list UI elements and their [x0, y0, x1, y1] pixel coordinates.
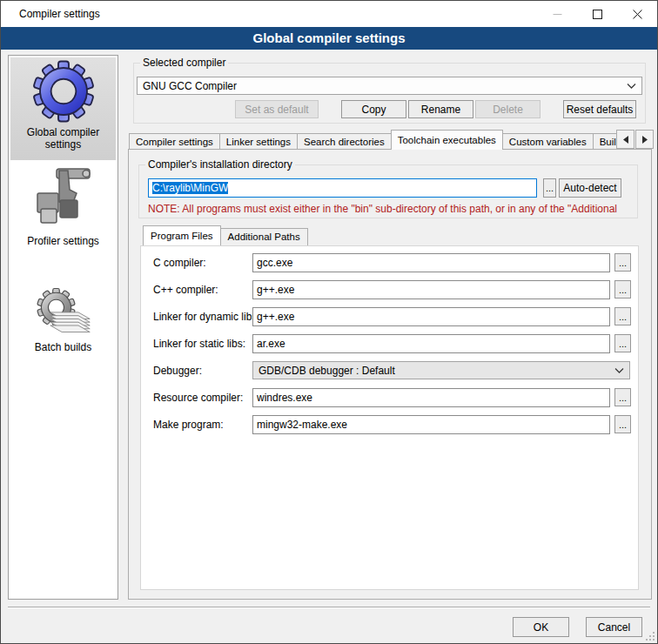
linker-static-label: Linker for static libs:: [153, 338, 245, 350]
minimize-button[interactable]: [537, 1, 577, 27]
tabpage-toolchain-executables: Compiler's installation directory C:\ray…: [128, 149, 652, 600]
blue-gear-icon: [32, 60, 95, 123]
compiler-settings-window: Compiler settings Global compiler settin…: [0, 0, 658, 644]
dialog-header-title: Global compiler settings: [1, 27, 657, 50]
linker-dynamic-label: Linker for dynamic libs:: [153, 311, 260, 323]
cpp-compiler-browse-button[interactable]: ...: [614, 280, 631, 299]
debugger-select[interactable]: GDB/CDB debugger : Default: [252, 361, 630, 379]
c-compiler-browse-button[interactable]: ...: [614, 253, 631, 272]
rename-button[interactable]: Rename: [408, 100, 473, 118]
cpp-compiler-label: C++ compiler:: [153, 284, 218, 296]
tab-compiler-settings[interactable]: Compiler settings: [129, 133, 220, 150]
sidebar-item-label: Profiler settings: [10, 235, 116, 247]
chevron-down-icon: [627, 84, 636, 89]
sidebar-item-label: Batch builds: [10, 341, 116, 353]
resource-compiler-browse-button[interactable]: ...: [614, 388, 631, 406]
set-as-default-button[interactable]: Set as default: [235, 100, 319, 118]
titlebar: Compiler settings: [1, 1, 657, 27]
debugger-label: Debugger:: [153, 365, 202, 377]
subtab-program-files[interactable]: Program Files: [143, 225, 221, 245]
maximize-button[interactable]: [577, 1, 617, 27]
linker-dynamic-browse-button[interactable]: ...: [614, 307, 631, 325]
copy-button[interactable]: Copy: [341, 100, 406, 118]
sidebar-item-label: Global compiler settings: [10, 126, 116, 151]
compiler-buttons-row: Set as default Copy Rename Delete Reset …: [235, 100, 636, 118]
tab-custom-variables[interactable]: Custom variables: [502, 133, 594, 150]
sidebar-item-profiler-settings[interactable]: Profiler settings: [10, 165, 116, 252]
tab-scroll-left-button[interactable]: [616, 130, 634, 149]
program-files-panel: C compiler: ... C++ compiler: ... Linker…: [140, 245, 639, 590]
resize-grip[interactable]: [646, 632, 655, 641]
linker-dynamic-input[interactable]: [252, 307, 610, 326]
resource-compiler-input[interactable]: [252, 388, 610, 407]
tab-linker-settings[interactable]: Linker settings: [219, 133, 298, 150]
sidebar-item-global-compiler-settings[interactable]: Global compiler settings: [10, 57, 116, 160]
right-arrow-icon: [642, 136, 648, 144]
linker-static-browse-button[interactable]: ...: [614, 334, 631, 352]
footer-separator-highlight: [8, 607, 650, 608]
make-program-input[interactable]: [252, 415, 610, 434]
install-dir-browse-button[interactable]: ...: [543, 178, 556, 198]
tabstrip: Compiler settings Linker settings Search…: [129, 130, 650, 150]
auto-detect-button[interactable]: Auto-detect: [559, 178, 621, 198]
linker-static-input[interactable]: [252, 334, 610, 353]
delete-button[interactable]: Delete: [475, 100, 540, 118]
sidebar: Global compiler settings Profiler settin…: [8, 55, 118, 600]
window-title: Compiler settings: [19, 1, 100, 27]
chevron-down-icon: [614, 368, 624, 373]
c-compiler-label: C compiler:: [153, 257, 206, 269]
c-compiler-input[interactable]: [252, 253, 610, 272]
cpp-compiler-input[interactable]: [252, 280, 610, 299]
minimize-icon: [553, 10, 562, 19]
subtab-additional-paths[interactable]: Additional Paths: [220, 228, 308, 245]
left-arrow-icon: [623, 136, 628, 144]
sidebar-item-batch-builds[interactable]: Batch builds: [10, 282, 116, 362]
tab-toolchain-executables[interactable]: Toolchain executables: [391, 130, 503, 150]
compiler-combobox-value: GNU GCC Compiler: [143, 80, 627, 92]
ok-button[interactable]: OK: [513, 617, 569, 637]
batch-builds-icon: [34, 284, 93, 338]
profiler-icon: [30, 165, 97, 231]
tab-search-directories[interactable]: Search directories: [297, 133, 392, 150]
group-label: Compiler's installation directory: [145, 158, 295, 171]
tab-scroll-arrows: [615, 130, 654, 149]
caption-buttons: [537, 1, 657, 27]
close-button[interactable]: [617, 1, 657, 27]
subtabs: Program Files Additional Paths: [143, 225, 307, 245]
install-dir-group: Compiler's installation directory C:\ray…: [138, 164, 638, 218]
compiler-combobox[interactable]: GNU GCC Compiler: [137, 77, 642, 95]
close-icon: [633, 10, 642, 19]
selected-text: C:\raylib\MinGW: [152, 182, 228, 194]
make-program-browse-button[interactable]: ...: [614, 415, 631, 433]
install-dir-input[interactable]: C:\raylib\MinGW: [148, 178, 537, 198]
note-text: NOTE: All programs must exist either in …: [148, 203, 634, 215]
tab-scroll-right-button[interactable]: [635, 130, 654, 149]
make-program-label: Make program:: [153, 419, 224, 431]
debugger-select-value: GDB/CDB debugger : Default: [258, 365, 614, 377]
selected-compiler-group: Selected compiler GNU GCC Compiler Set a…: [133, 63, 646, 124]
resource-compiler-label: Resource compiler:: [153, 392, 243, 404]
group-label: Selected compiler: [140, 57, 228, 69]
reset-defaults-button[interactable]: Reset defaults: [563, 100, 636, 118]
cancel-button[interactable]: Cancel: [586, 617, 642, 637]
maximize-icon: [593, 10, 602, 19]
